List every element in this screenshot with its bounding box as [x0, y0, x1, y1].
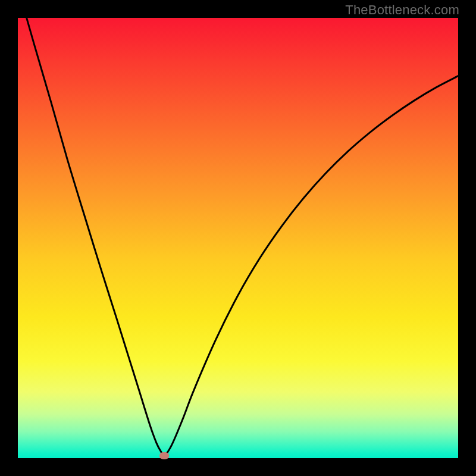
curve-layer — [18, 18, 458, 458]
plot-area — [18, 18, 458, 458]
optimal-marker — [159, 452, 169, 459]
bottleneck-curve — [18, 0, 458, 456]
watermark-text: TheBottleneck.com — [345, 2, 459, 18]
chart-frame: TheBottleneck.com — [0, 0, 476, 476]
